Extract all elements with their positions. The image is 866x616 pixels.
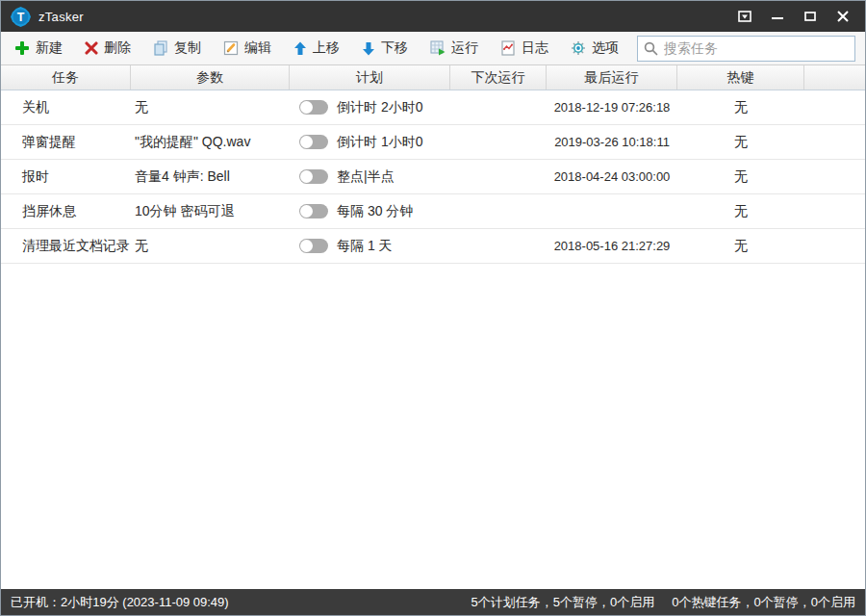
task-next-run xyxy=(450,229,547,263)
task-param: 音量4 钟声: Bell xyxy=(131,160,290,193)
column-header-last-run[interactable]: 最后运行 xyxy=(547,65,677,90)
search-icon xyxy=(644,41,658,56)
table-empty-area xyxy=(1,264,865,589)
task-next-run xyxy=(450,194,547,228)
app-logo-icon: T xyxy=(11,7,31,27)
task-next-run xyxy=(450,90,547,124)
column-header-param[interactable]: 参数 xyxy=(131,65,290,90)
task-schedule-text: 每隔 30 分钟 xyxy=(337,203,413,220)
app-title: zTasker xyxy=(38,10,84,24)
task-schedule-text: 倒计时 1小时0 xyxy=(337,134,422,151)
minimize-icon xyxy=(772,11,783,22)
column-header-hotkey[interactable]: 热键 xyxy=(677,65,804,90)
copy-icon xyxy=(153,40,168,56)
task-schedule-cell: 倒计时 1小时0 xyxy=(290,125,450,159)
row-filler xyxy=(804,229,865,263)
table-row[interactable]: 关机 无 倒计时 2小时0 2018-12-19 07:26:18 无 xyxy=(1,90,865,125)
row-filler xyxy=(804,125,865,159)
table-row[interactable]: 报时 音量4 钟声: Bell 整点|半点 2018-04-24 03:00:0… xyxy=(1,160,865,194)
table-row[interactable]: 挡屏休息 10分钟 密码可退 每隔 30 分钟 无 xyxy=(1,194,865,229)
column-header-next-run[interactable]: 下次运行 xyxy=(450,65,547,90)
toolbar-label: 新建 xyxy=(36,39,63,57)
task-name: 挡屏休息 xyxy=(1,194,131,228)
close-button[interactable] xyxy=(828,5,857,28)
maximize-button[interactable] xyxy=(796,5,825,28)
task-enable-toggle[interactable] xyxy=(299,169,328,184)
task-param: "我的提醒" QQ.wav xyxy=(131,125,290,159)
new-task-button[interactable]: 新建 xyxy=(11,37,66,60)
minimize-button[interactable] xyxy=(763,5,792,28)
column-header-task[interactable]: 任务 xyxy=(1,65,131,90)
task-hotkey: 无 xyxy=(677,90,804,124)
task-last-run: 2018-04-24 03:00:00 xyxy=(547,160,677,193)
column-header-schedule[interactable]: 计划 xyxy=(290,65,450,90)
task-name: 关机 xyxy=(1,90,131,124)
toolbar-label: 上移 xyxy=(313,39,340,57)
task-schedule-cell: 每隔 1 天 xyxy=(290,229,450,263)
options-gear-icon xyxy=(571,40,586,56)
toolbar: 新建 删除 复制 编辑 上移 xyxy=(1,32,865,65)
task-schedule-text: 整点|半点 xyxy=(337,168,395,186)
toolbar-label: 运行 xyxy=(451,39,478,57)
hotkey-task-summary: 0个热键任务，0个暂停，0个启用 xyxy=(672,594,855,611)
copy-task-button[interactable]: 复制 xyxy=(149,37,205,60)
task-last-run: 2018-05-16 21:27:29 xyxy=(547,229,677,263)
task-name: 报时 xyxy=(1,160,131,193)
task-schedule-cell: 倒计时 2小时0 xyxy=(290,90,450,124)
task-schedule-cell: 每隔 30 分钟 xyxy=(290,194,450,228)
task-schedule-text: 每隔 1 天 xyxy=(337,238,393,255)
log-button[interactable]: 日志 xyxy=(497,37,552,60)
run-icon xyxy=(430,40,446,56)
task-last-run xyxy=(547,194,677,228)
move-up-button[interactable]: 上移 xyxy=(290,37,344,60)
task-hotkey: 无 xyxy=(677,125,804,159)
ztasker-window: T zTasker xyxy=(0,0,866,616)
minimize-to-tray-icon xyxy=(738,11,751,22)
task-param: 10分钟 密码可退 xyxy=(131,194,290,228)
task-param: 无 xyxy=(131,90,290,124)
svg-text:T: T xyxy=(17,10,25,23)
titlebar: T zTasker xyxy=(1,1,865,32)
row-filler xyxy=(804,90,865,124)
task-next-run xyxy=(450,125,547,159)
task-name: 弹窗提醒 xyxy=(1,125,131,159)
task-last-run: 2019-03-26 10:18:11 xyxy=(547,125,677,159)
table-row[interactable]: 清理最近文档记录 无 每隔 1 天 2018-05-16 21:27:29 无 xyxy=(1,229,865,264)
uptime-status: 已开机：2小时19分 (2023-11-09 09:49) xyxy=(11,594,229,611)
task-last-run: 2018-12-19 07:26:18 xyxy=(547,90,677,124)
toolbar-label: 日志 xyxy=(522,39,548,57)
plus-icon xyxy=(14,40,30,56)
delete-task-button[interactable]: 删除 xyxy=(81,37,135,60)
task-schedule-cell: 整点|半点 xyxy=(290,160,450,193)
run-task-button[interactable]: 运行 xyxy=(426,37,482,60)
edit-pencil-icon xyxy=(223,40,239,56)
column-header-filler xyxy=(804,65,865,90)
task-enable-toggle[interactable] xyxy=(299,239,328,253)
search-input[interactable] xyxy=(664,40,849,56)
options-button[interactable]: 选项 xyxy=(567,37,623,60)
task-next-run xyxy=(450,160,547,193)
statusbar-right: 5个计划任务，5个暂停，0个启用 0个热键任务，0个暂停，0个启用 xyxy=(471,594,855,611)
task-name: 清理最近文档记录 xyxy=(1,229,131,263)
row-filler xyxy=(804,160,865,193)
edit-task-button[interactable]: 编辑 xyxy=(219,37,275,60)
statusbar: 已开机：2小时19分 (2023-11-09 09:49) 5个计划任务，5个暂… xyxy=(1,589,865,615)
toolbar-label: 复制 xyxy=(174,39,201,57)
task-enable-toggle[interactable] xyxy=(299,135,328,149)
maximize-icon xyxy=(804,11,816,22)
toolbar-label: 选项 xyxy=(592,39,619,57)
task-schedule-text: 倒计时 2小时0 xyxy=(337,99,422,116)
table-header: 任务 参数 计划 下次运行 最后运行 热键 xyxy=(1,65,865,90)
arrow-up-icon xyxy=(293,41,307,56)
task-enable-toggle[interactable] xyxy=(299,204,328,218)
close-icon xyxy=(837,11,849,22)
table-row[interactable]: 弹窗提醒 "我的提醒" QQ.wav 倒计时 1小时0 2019-03-26 1… xyxy=(1,125,865,160)
task-hotkey: 无 xyxy=(677,229,804,263)
task-enable-toggle[interactable] xyxy=(299,100,328,115)
row-filler xyxy=(804,194,865,228)
toolbar-label: 下移 xyxy=(381,39,408,57)
minimize-to-tray-button[interactable] xyxy=(730,5,759,28)
move-down-button[interactable]: 下移 xyxy=(358,37,412,60)
task-param: 无 xyxy=(131,229,290,263)
schedule-task-summary: 5个计划任务，5个暂停，0个启用 xyxy=(471,594,655,611)
